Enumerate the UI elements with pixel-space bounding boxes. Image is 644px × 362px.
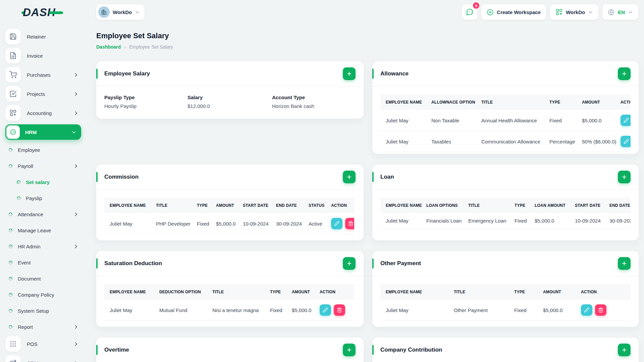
chat-button[interactable]: 0 [462,4,477,20]
sidebar-item-report[interactable]: Report [5,320,81,334]
workspace-switcher[interactable]: WorkDo [96,4,145,20]
sidebar-item-label: CRM [27,360,73,362]
crm-icon [5,355,21,362]
sidebar-item-hr-admin[interactable]: HR Admin [5,240,81,253]
sidebar-item-accounting[interactable]: Accounting [5,105,81,121]
breadcrumb-current: Employee Set Salary [129,44,173,50]
chevron-right-icon [73,92,78,97]
sidebar-item-company-policy[interactable]: Company Policy [5,288,81,301]
table-cell: Fixed [266,300,288,321]
sidebar-item-event[interactable]: Event [5,256,81,269]
add-company-contribution-button[interactable]: + [618,344,631,356]
building-icon [101,9,107,15]
sidebar-item-payroll[interactable]: Payroll [5,159,81,173]
saturation-deduction-table-wrap: EMPLOYEE NAMEDEDUCTION OPTIONTITLETYPEAM… [104,284,356,321]
create-workspace-button[interactable]: Create Workspace [481,4,546,20]
chevron-right-icon [73,324,78,329]
card-header: Employee Salary + [96,61,364,86]
plus-icon: + [622,346,626,354]
commission-table-wrap: EMPLOYEE NAMETITLETYPEAMOUNTSTART DATEEN… [104,198,356,234]
table-cell: Financials Loan [422,213,464,229]
edit-button[interactable] [581,304,592,316]
table-row: Juliet MayMutual FundNisi a tenetur magn… [104,300,354,321]
edit-button[interactable] [621,115,631,126]
sidebar-item-hrm[interactable]: HRM [5,124,81,140]
card-title: Saturation Deduction [104,260,162,267]
loan-table: EMPLOYEE NAMELOAN OPTIONSTITLETYPELOAN A… [380,198,631,229]
sidebar-item-system-setup[interactable]: System Setup [5,304,81,317]
field-label: Payslip Type [104,95,187,100]
add-other-payment-button[interactable]: + [618,257,631,270]
other-payment-table: EMPLOYEE NAMETITLETYPEAMOUNTACTIONJuliet… [380,284,631,321]
sidebar-item-purchases[interactable]: Purchases [5,67,81,82]
row-actions [621,136,631,147]
edit-button[interactable] [320,304,331,316]
sidebar-item-projects[interactable]: Projects [5,86,81,102]
column-header: STATUS [305,198,327,213]
table-cell: Percentage [545,131,578,152]
row-actions [621,115,631,126]
plus-icon: + [622,70,626,78]
sidebar-item-attendance[interactable]: Attendance [5,207,81,221]
add-allowance-button[interactable]: + [618,67,631,80]
add-employee-salary-button[interactable]: + [343,67,356,80]
delete-button[interactable] [345,218,354,229]
cart-icon [5,67,21,82]
pencil-icon [323,307,328,313]
table-cell-actions [616,110,631,131]
edit-button[interactable] [331,218,342,229]
delete-button[interactable] [595,304,606,316]
sidebar-item-label: Attendance [18,212,73,217]
table-cell: 30-09-2024 [605,213,631,229]
workdo-menu-button[interactable]: WorkDo [550,4,598,20]
workdo-menu-label: WorkDo [566,9,585,15]
edit-button[interactable] [621,136,631,147]
sidebar-item-employee[interactable]: Employee [5,143,81,157]
field-value: $12,000.0 [187,103,272,109]
sidebar-item-document[interactable]: Document [5,272,81,285]
table-row: Juliet MayPHP DeveloperFixed$5,000.010-0… [104,213,354,234]
save-icon [5,29,21,44]
sidebar-item-pos[interactable]: POS [5,336,81,352]
column-header: EMPLOYEE NAME [380,95,427,110]
add-overtime-button[interactable]: + [343,344,356,356]
allowance-table: EMPLOYEE NAMEALLOWNACE OPTIONTITLETYPEAM… [380,95,631,152]
breadcrumb-link-dashboard[interactable]: Dashboard [96,44,121,50]
pos-icon [5,336,21,352]
page-title: Employee Set Salary [96,31,638,41]
table-cell: Fixed [545,110,578,131]
sidebar-item-label: Invoice [27,53,81,59]
sidebar-item-label: Document [18,276,81,282]
add-saturation-deduction-button[interactable]: + [343,257,356,270]
add-commission-button[interactable]: + [343,171,356,183]
chevron-down-icon [135,10,140,15]
table-cell: 10-09-2024 [239,213,272,234]
pencil-icon [334,221,339,226]
plus-icon: + [622,260,626,267]
plus-icon: + [347,70,351,78]
sidebar-item-retainer[interactable]: Retainer [5,29,81,44]
add-loan-button[interactable]: + [618,171,631,183]
card-title: Employee Salary [104,70,150,77]
table-cell: $5,000.0 [288,300,316,321]
sidebar-item-manage-leave[interactable]: Manage Leave [5,224,81,237]
delete-button[interactable] [334,304,345,316]
sidebar-item-invoice[interactable]: Invoice [5,48,81,63]
app-logo[interactable]: DASH [21,6,63,19]
sidebar-item-crm[interactable]: CRM [5,355,81,362]
sidebar-item-label: Event [18,260,81,265]
sidebar-item-set-salary[interactable]: Set salary [5,175,81,189]
column-header: TITLE [450,284,510,300]
field-value: Horizon Bank cash [272,103,356,109]
table-cell: Fixed [510,300,539,321]
table-row: Juliet MayNon TaxableAnnual Health Allow… [380,110,631,131]
table-cell: Juliet May [380,300,450,321]
plus-icon: + [347,346,351,354]
card-body: EMPLOYEE NAMEALLOWNACE OPTIONTITLETYPEAM… [372,86,639,154]
language-button[interactable]: EN [602,4,638,20]
card-allowance: Allowance + EMPLOYEE NAMEALLOWNACE OPTIO… [372,61,639,154]
card-header: Commission + [96,165,364,190]
table-cell: 50% ($6,000.0) [578,131,616,152]
sidebar-item-payslip[interactable]: Payslip [5,191,81,205]
column-header: TITLE [477,95,545,110]
